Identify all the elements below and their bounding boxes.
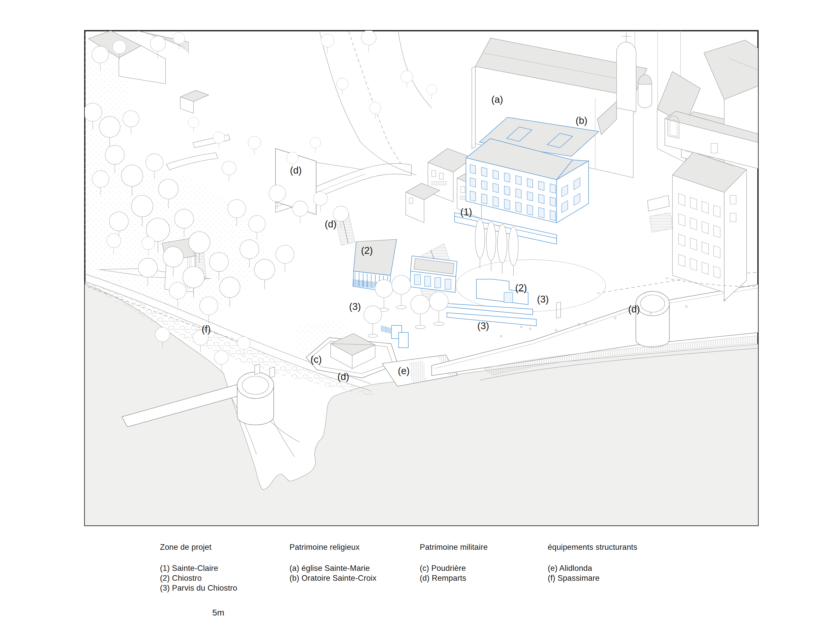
annotation-d-east: (d) bbox=[628, 304, 640, 314]
legend-item: (1) Sainte-Claire bbox=[160, 563, 237, 573]
annotation-d-mid: (d) bbox=[325, 219, 336, 229]
annotation-3-west: (3) bbox=[349, 301, 361, 312]
legend-column-religieux: Patrimoine religieux (a) église Sainte-M… bbox=[289, 542, 377, 583]
annotation-e: (e) bbox=[398, 366, 410, 376]
legend-column-projet: Zone de projet (1) Sainte-Claire (2) Chi… bbox=[160, 542, 237, 593]
annotation-d-south: (d) bbox=[338, 371, 349, 382]
annotation-b: (b) bbox=[576, 115, 587, 126]
legend-item: (f) Spassimare bbox=[548, 573, 637, 583]
annotation-f: (f) bbox=[202, 324, 211, 334]
legend-item: (3) Parvis du Chiostro bbox=[160, 583, 237, 593]
annotation-2-cloister: (2) bbox=[361, 245, 373, 256]
legend-item: (d) Remparts bbox=[420, 573, 488, 583]
legend-item: (2) Chiostro bbox=[160, 573, 237, 583]
annotation-3-east: (3) bbox=[537, 294, 549, 304]
scale-label: 5m bbox=[212, 607, 224, 618]
legend-title: Patrimoine militaire bbox=[420, 542, 488, 552]
annotation-3-south: (3) bbox=[477, 320, 489, 331]
legend-title: Zone de projet bbox=[160, 542, 237, 552]
legend-title: équipements structurants bbox=[548, 542, 637, 552]
annotation-2-east: (2) bbox=[515, 282, 527, 293]
page: (a) (b) (d) (d) (1) (2) (2) (3) (3) (3) … bbox=[0, 0, 840, 631]
legend-column-militaire: Patrimoine militaire (c) Poudrière (d) R… bbox=[420, 542, 488, 583]
legend-item: (c) Poudrière bbox=[420, 563, 488, 573]
legend-item: (e) Alidlonda bbox=[548, 563, 637, 573]
legend-item: (a) église Sainte-Marie bbox=[289, 563, 377, 573]
annotation-d-upper: (d) bbox=[290, 165, 302, 176]
site-plan-drawing: (a) (b) (d) (d) (1) (2) (2) (3) (3) (3) … bbox=[0, 0, 840, 631]
legend-column-equipements: équipements structurants (e) Alidlonda (… bbox=[548, 542, 637, 583]
annotation-a: (a) bbox=[491, 94, 503, 105]
legend-title: Patrimoine religieux bbox=[289, 542, 377, 552]
annotation-1: (1) bbox=[460, 207, 472, 217]
legend-item: (b) Oratoire Sainte-Croix bbox=[289, 573, 377, 583]
annotation-c: (c) bbox=[311, 354, 322, 365]
